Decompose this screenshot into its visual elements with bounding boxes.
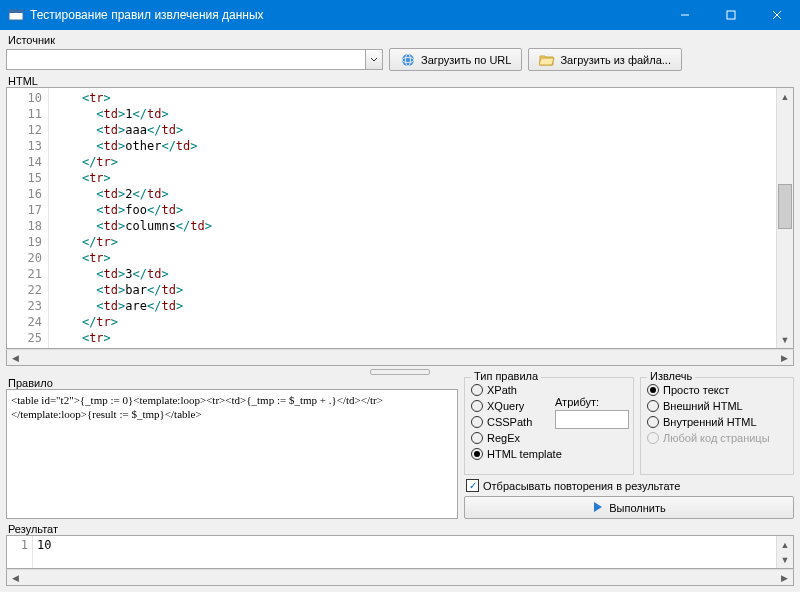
app-window: Тестирование правил извлечения данных Ис… bbox=[0, 0, 800, 592]
run-button[interactable]: Выполнить bbox=[464, 496, 794, 519]
play-icon bbox=[592, 501, 604, 515]
radio-icon bbox=[647, 432, 659, 444]
radio-icon bbox=[471, 384, 483, 396]
html-label: HTML bbox=[6, 75, 794, 87]
line-gutter: 10 11 12 13 14 15 16 17 18 19 20 21 22 2… bbox=[7, 88, 49, 348]
svg-rect-1 bbox=[9, 10, 23, 13]
maximize-button[interactable] bbox=[708, 0, 754, 30]
scroll-right-icon[interactable]: ▶ bbox=[776, 350, 793, 365]
html-section: HTML 10 11 12 13 14 15 16 17 18 19 20 21… bbox=[6, 75, 794, 366]
result-text: 10 bbox=[33, 536, 55, 568]
result-section: Результат 1 10 ▲ ▼ ◀ ▶ bbox=[6, 523, 794, 586]
radio-icon bbox=[647, 384, 659, 396]
radio-extract-просто-текст[interactable]: Просто текст bbox=[647, 382, 787, 398]
window-title: Тестирование правил извлечения данных bbox=[30, 8, 662, 22]
app-icon bbox=[8, 7, 24, 23]
svg-point-6 bbox=[402, 54, 414, 66]
result-label: Результат bbox=[6, 523, 794, 535]
radio-extract-любой-код-страницы: Любой код страницы bbox=[647, 430, 787, 446]
html-editor[interactable]: 10 11 12 13 14 15 16 17 18 19 20 21 22 2… bbox=[6, 87, 794, 349]
chevron-down-icon[interactable] bbox=[365, 50, 382, 69]
scroll-left-icon[interactable]: ◀ bbox=[7, 350, 24, 365]
scroll-down-icon[interactable]: ▼ bbox=[777, 331, 793, 348]
content-area: Источник Загрузить по URL bbox=[0, 30, 800, 592]
rule-type-title: Тип правила bbox=[471, 370, 541, 382]
discard-duplicates-checkbox[interactable]: ✓ Отбрасывать повторения в результате bbox=[464, 478, 794, 493]
titlebar[interactable]: Тестирование правил извлечения данных bbox=[0, 0, 800, 30]
radio-icon bbox=[647, 416, 659, 428]
rule-label: Правило bbox=[6, 377, 458, 389]
radio-regex[interactable]: RegEx bbox=[471, 430, 627, 446]
radio-icon bbox=[471, 432, 483, 444]
rule-textarea[interactable]: <table id="t2">{_tmp := 0}<template:loop… bbox=[6, 389, 458, 519]
result-editor[interactable]: 1 10 ▲ ▼ bbox=[6, 535, 794, 569]
radio-icon bbox=[471, 416, 483, 428]
attribute-input[interactable] bbox=[555, 410, 629, 429]
source-row: Источник Загрузить по URL bbox=[6, 34, 794, 71]
radio-extract-внешний-html[interactable]: Внешний HTML bbox=[647, 398, 787, 414]
load-file-button[interactable]: Загрузить из файла... bbox=[528, 48, 682, 71]
checkbox-icon: ✓ bbox=[466, 479, 479, 492]
horizontal-scrollbar[interactable]: ◀ ▶ bbox=[6, 349, 794, 366]
source-combobox[interactable] bbox=[6, 49, 383, 70]
minimize-button[interactable] bbox=[662, 0, 708, 30]
radio-html-template[interactable]: HTML template bbox=[471, 446, 627, 462]
source-label: Источник bbox=[6, 34, 794, 46]
load-url-button[interactable]: Загрузить по URL bbox=[389, 48, 522, 71]
globe-icon bbox=[400, 52, 416, 68]
scroll-up-icon[interactable]: ▲ bbox=[777, 88, 793, 105]
extract-title: Извлечь bbox=[647, 370, 695, 382]
result-vertical-scrollbar[interactable]: ▲ ▼ bbox=[776, 536, 793, 568]
radio-icon bbox=[471, 448, 483, 460]
radio-extract-внутренний-html[interactable]: Внутренний HTML bbox=[647, 414, 787, 430]
scroll-thumb[interactable] bbox=[778, 184, 792, 229]
radio-icon bbox=[647, 400, 659, 412]
result-gutter: 1 bbox=[7, 536, 33, 568]
radio-icon bbox=[471, 400, 483, 412]
result-horizontal-scrollbar[interactable]: ◀ ▶ bbox=[6, 569, 794, 586]
code-view[interactable]: <tr> <td>1</td> <td>aaa</td> <td>other</… bbox=[49, 88, 776, 348]
extract-group: Извлечь Просто текстВнешний HTMLВнутренн… bbox=[640, 377, 794, 475]
svg-rect-3 bbox=[727, 11, 735, 19]
vertical-scrollbar[interactable]: ▲ ▼ bbox=[776, 88, 793, 348]
close-button[interactable] bbox=[754, 0, 800, 30]
rule-section: Правило <table id="t2">{_tmp := 0}<templ… bbox=[6, 377, 794, 519]
attribute-label: Атрибут: bbox=[555, 396, 629, 408]
folder-open-icon bbox=[539, 52, 555, 68]
rule-type-group: Тип правила XPathXQueryCSSPathRegExHTML … bbox=[464, 377, 634, 475]
